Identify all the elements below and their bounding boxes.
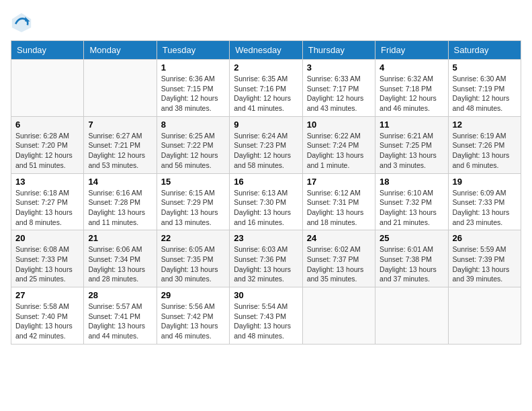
day-number: 1 bbox=[161, 62, 225, 73]
day-number: 4 bbox=[380, 62, 443, 73]
day-info: Sunrise: 6:36 AM Sunset: 7:15 PM Dayligh… bbox=[161, 74, 225, 113]
day-info: Sunrise: 6:32 AM Sunset: 7:18 PM Dayligh… bbox=[380, 74, 443, 113]
calendar-week-row: 27Sunrise: 5:58 AM Sunset: 7:40 PM Dayli… bbox=[11, 287, 521, 345]
day-header-wednesday: Wednesday bbox=[230, 41, 302, 60]
day-number: 25 bbox=[380, 233, 443, 243]
calendar-cell: 5Sunrise: 6:30 AM Sunset: 7:19 PM Daylig… bbox=[448, 60, 521, 117]
day-number: 24 bbox=[307, 233, 371, 243]
day-info: Sunrise: 6:10 AM Sunset: 7:32 PM Dayligh… bbox=[380, 188, 443, 228]
calendar-cell: 6Sunrise: 6:28 AM Sunset: 7:20 PM Daylig… bbox=[11, 116, 84, 173]
calendar-week-row: 6Sunrise: 6:28 AM Sunset: 7:20 PM Daylig… bbox=[11, 116, 521, 173]
day-info: Sunrise: 6:18 AM Sunset: 7:27 PM Dayligh… bbox=[15, 188, 79, 228]
calendar-cell: 11Sunrise: 6:21 AM Sunset: 7:25 PM Dayli… bbox=[375, 116, 448, 173]
day-header-thursday: Thursday bbox=[302, 41, 375, 60]
day-number: 13 bbox=[15, 177, 79, 187]
day-header-sunday: Sunday bbox=[11, 41, 84, 60]
calendar-cell: 13Sunrise: 6:18 AM Sunset: 7:27 PM Dayli… bbox=[11, 173, 84, 230]
calendar-cell bbox=[11, 60, 84, 117]
calendar-week-row: 13Sunrise: 6:18 AM Sunset: 7:27 PM Dayli… bbox=[11, 173, 521, 230]
day-number: 11 bbox=[380, 120, 443, 130]
calendar-cell: 24Sunrise: 6:02 AM Sunset: 7:37 PM Dayli… bbox=[302, 230, 375, 287]
day-info: Sunrise: 5:57 AM Sunset: 7:41 PM Dayligh… bbox=[88, 302, 152, 341]
calendar-cell: 1Sunrise: 6:36 AM Sunset: 7:15 PM Daylig… bbox=[157, 60, 229, 117]
calendar-cell: 30Sunrise: 5:54 AM Sunset: 7:43 PM Dayli… bbox=[230, 287, 302, 345]
calendar-cell: 12Sunrise: 6:19 AM Sunset: 7:26 PM Dayli… bbox=[448, 116, 521, 173]
day-number: 2 bbox=[234, 62, 298, 73]
calendar-cell bbox=[84, 60, 157, 117]
calendar-cell: 7Sunrise: 6:27 AM Sunset: 7:21 PM Daylig… bbox=[84, 116, 157, 173]
day-number: 27 bbox=[15, 290, 79, 300]
calendar-cell: 20Sunrise: 6:08 AM Sunset: 7:33 PM Dayli… bbox=[11, 230, 84, 287]
day-number: 9 bbox=[234, 120, 298, 130]
day-info: Sunrise: 6:25 AM Sunset: 7:22 PM Dayligh… bbox=[161, 131, 225, 171]
day-number: 23 bbox=[234, 233, 298, 243]
calendar-week-row: 1Sunrise: 6:36 AM Sunset: 7:15 PM Daylig… bbox=[11, 60, 521, 117]
day-number: 29 bbox=[161, 290, 225, 300]
calendar-cell: 17Sunrise: 6:12 AM Sunset: 7:31 PM Dayli… bbox=[302, 173, 375, 230]
day-number: 30 bbox=[234, 290, 298, 300]
day-header-tuesday: Tuesday bbox=[157, 41, 229, 60]
calendar-cell: 26Sunrise: 5:59 AM Sunset: 7:39 PM Dayli… bbox=[448, 230, 521, 287]
day-info: Sunrise: 6:16 AM Sunset: 7:28 PM Dayligh… bbox=[88, 188, 152, 228]
calendar-cell: 2Sunrise: 6:35 AM Sunset: 7:16 PM Daylig… bbox=[230, 60, 302, 117]
day-info: Sunrise: 6:30 AM Sunset: 7:19 PM Dayligh… bbox=[453, 74, 517, 113]
day-info: Sunrise: 5:58 AM Sunset: 7:40 PM Dayligh… bbox=[15, 302, 79, 341]
day-number: 3 bbox=[307, 62, 371, 73]
calendar-header-row: SundayMondayTuesdayWednesdayThursdayFrid… bbox=[11, 41, 521, 60]
day-info: Sunrise: 6:06 AM Sunset: 7:34 PM Dayligh… bbox=[88, 244, 152, 284]
day-number: 28 bbox=[88, 290, 152, 300]
day-info: Sunrise: 6:08 AM Sunset: 7:33 PM Dayligh… bbox=[15, 244, 79, 284]
calendar-cell: 19Sunrise: 6:09 AM Sunset: 7:33 PM Dayli… bbox=[448, 173, 521, 230]
calendar-cell bbox=[448, 287, 521, 345]
day-info: Sunrise: 6:01 AM Sunset: 7:38 PM Dayligh… bbox=[380, 244, 443, 284]
day-info: Sunrise: 6:13 AM Sunset: 7:30 PM Dayligh… bbox=[234, 188, 298, 228]
day-info: Sunrise: 6:12 AM Sunset: 7:31 PM Dayligh… bbox=[307, 188, 371, 228]
day-info: Sunrise: 5:56 AM Sunset: 7:42 PM Dayligh… bbox=[161, 302, 225, 341]
day-info: Sunrise: 6:03 AM Sunset: 7:36 PM Dayligh… bbox=[234, 244, 298, 284]
day-number: 16 bbox=[234, 177, 298, 187]
day-number: 15 bbox=[161, 177, 225, 187]
day-info: Sunrise: 6:19 AM Sunset: 7:26 PM Dayligh… bbox=[453, 131, 517, 171]
day-info: Sunrise: 6:09 AM Sunset: 7:33 PM Dayligh… bbox=[453, 188, 517, 228]
calendar-cell: 28Sunrise: 5:57 AM Sunset: 7:41 PM Dayli… bbox=[84, 287, 157, 345]
day-header-friday: Friday bbox=[375, 41, 448, 60]
calendar-cell: 16Sunrise: 6:13 AM Sunset: 7:30 PM Dayli… bbox=[230, 173, 302, 230]
day-number: 26 bbox=[453, 233, 517, 243]
calendar-cell: 9Sunrise: 6:24 AM Sunset: 7:23 PM Daylig… bbox=[230, 116, 302, 173]
logo bbox=[11, 11, 35, 32]
day-info: Sunrise: 6:24 AM Sunset: 7:23 PM Dayligh… bbox=[234, 131, 298, 171]
calendar-cell bbox=[302, 287, 375, 345]
calendar-cell: 25Sunrise: 6:01 AM Sunset: 7:38 PM Dayli… bbox=[375, 230, 448, 287]
day-number: 14 bbox=[88, 177, 152, 187]
calendar-cell: 18Sunrise: 6:10 AM Sunset: 7:32 PM Dayli… bbox=[375, 173, 448, 230]
calendar-cell bbox=[375, 287, 448, 345]
day-number: 22 bbox=[161, 233, 225, 243]
day-info: Sunrise: 6:22 AM Sunset: 7:24 PM Dayligh… bbox=[307, 131, 371, 171]
day-number: 12 bbox=[453, 120, 517, 130]
day-number: 17 bbox=[307, 177, 371, 187]
calendar-cell: 23Sunrise: 6:03 AM Sunset: 7:36 PM Dayli… bbox=[230, 230, 302, 287]
calendar-cell: 29Sunrise: 5:56 AM Sunset: 7:42 PM Dayli… bbox=[157, 287, 229, 345]
calendar-cell: 4Sunrise: 6:32 AM Sunset: 7:18 PM Daylig… bbox=[375, 60, 448, 117]
day-number: 21 bbox=[88, 233, 152, 243]
calendar-cell: 21Sunrise: 6:06 AM Sunset: 7:34 PM Dayli… bbox=[84, 230, 157, 287]
calendar-week-row: 20Sunrise: 6:08 AM Sunset: 7:33 PM Dayli… bbox=[11, 230, 521, 287]
day-number: 7 bbox=[88, 120, 152, 130]
day-number: 19 bbox=[453, 177, 517, 187]
day-number: 18 bbox=[380, 177, 443, 187]
calendar-cell: 3Sunrise: 6:33 AM Sunset: 7:17 PM Daylig… bbox=[302, 60, 375, 117]
calendar-cell: 8Sunrise: 6:25 AM Sunset: 7:22 PM Daylig… bbox=[157, 116, 229, 173]
day-info: Sunrise: 6:02 AM Sunset: 7:37 PM Dayligh… bbox=[307, 244, 371, 284]
day-header-saturday: Saturday bbox=[448, 41, 521, 60]
day-number: 8 bbox=[161, 120, 225, 130]
day-info: Sunrise: 6:27 AM Sunset: 7:21 PM Dayligh… bbox=[88, 131, 152, 171]
day-number: 5 bbox=[453, 62, 517, 73]
day-info: Sunrise: 6:21 AM Sunset: 7:25 PM Dayligh… bbox=[380, 131, 443, 171]
calendar-table: SundayMondayTuesdayWednesdayThursdayFrid… bbox=[11, 40, 521, 345]
day-info: Sunrise: 6:28 AM Sunset: 7:20 PM Dayligh… bbox=[15, 131, 79, 171]
day-info: Sunrise: 5:59 AM Sunset: 7:39 PM Dayligh… bbox=[453, 244, 517, 284]
day-info: Sunrise: 5:54 AM Sunset: 7:43 PM Dayligh… bbox=[234, 302, 298, 341]
calendar-cell: 22Sunrise: 6:05 AM Sunset: 7:35 PM Dayli… bbox=[157, 230, 229, 287]
day-number: 10 bbox=[307, 120, 371, 130]
day-number: 6 bbox=[15, 120, 79, 130]
